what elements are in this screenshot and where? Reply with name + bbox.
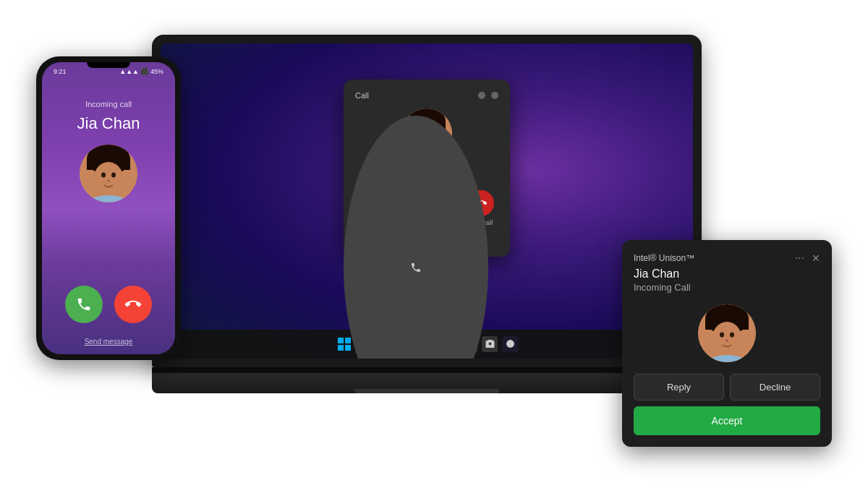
phone-action-buttons [42, 286, 175, 323]
svg-point-4 [101, 172, 106, 177]
phone-caller-name: Jia Chan [77, 114, 140, 133]
notif-avatar [698, 304, 756, 362]
phone-signal-battery: ▲▲▲ ⬛ 45% [119, 68, 163, 75]
phone-time: 9:21 [54, 68, 67, 75]
laptop-hinge [152, 367, 702, 373]
notif-header: Intel® Unison™ ··· ✕ [634, 252, 820, 265]
phone-notch [87, 62, 130, 68]
svg-point-5 [111, 172, 116, 177]
laptop-device: Call [152, 35, 702, 411]
svg-point-37 [726, 339, 728, 341]
laptop-lid: Call [152, 35, 702, 367]
taskbar-steam-icon[interactable] [502, 336, 518, 352]
notif-controls: ··· ✕ [795, 252, 820, 265]
notif-reply-button[interactable]: Reply [634, 374, 724, 401]
main-scene: 9:21 ▲▲▲ ⬛ 45% Incoming call Jia Chan [36, 20, 832, 468]
svg-point-35 [720, 332, 724, 337]
phone-screen: 9:21 ▲▲▲ ⬛ 45% Incoming call Jia Chan [42, 62, 175, 354]
phone-body: 9:21 ▲▲▲ ⬛ 45% Incoming call Jia Chan [36, 56, 181, 360]
call-dialog-controls [478, 92, 498, 99]
notif-more-options-button[interactable]: ··· [795, 252, 804, 265]
call-phone-group: Use phone [428, 190, 460, 226]
notif-accept-button[interactable]: Accept [634, 406, 820, 435]
taskbar-camera-icon[interactable] [482, 336, 498, 352]
svg-point-36 [730, 332, 734, 337]
phone-avatar [80, 145, 137, 202]
svg-point-34 [712, 322, 741, 354]
phone-device: 9:21 ▲▲▲ ⬛ 45% Incoming call Jia Chan [36, 56, 181, 360]
notif-app-name: Intel® Unison™ [634, 253, 694, 263]
svg-rect-21 [338, 338, 344, 343]
phone-accept-button[interactable] [65, 286, 103, 323]
laptop-screen: Call [161, 43, 693, 359]
call-dialog-header: Call [355, 91, 498, 100]
svg-rect-23 [338, 345, 344, 351]
call-dialog-title: Call [355, 91, 369, 100]
phone-send-message[interactable]: Send message [85, 338, 133, 346]
svg-rect-22 [345, 338, 351, 343]
notif-close-button[interactable]: ✕ [812, 252, 820, 264]
laptop-base [152, 373, 702, 393]
dialog-close-button[interactable] [491, 92, 498, 99]
notif-caller-name: Jia Chan [634, 267, 820, 281]
notif-action-row: Reply Decline [634, 374, 820, 401]
phone-incoming-label: Incoming call [85, 100, 132, 108]
dialog-minimize-button[interactable] [478, 92, 485, 99]
phone-decline-button[interactable] [114, 286, 152, 323]
call-dialog: Call [344, 80, 510, 257]
notif-decline-button[interactable]: Decline [730, 374, 820, 401]
taskbar-windows-icon[interactable] [336, 335, 353, 353]
svg-rect-24 [345, 345, 351, 351]
phone-signal: ▲▲▲ ⬛ 45% [119, 68, 163, 75]
notif-call-type: Incoming Call [634, 282, 820, 293]
svg-point-6 [107, 179, 110, 181]
call-buttons: Mute Hide [355, 190, 498, 226]
notif-avatar-container [634, 304, 820, 374]
svg-point-3 [94, 162, 123, 194]
notification-card: Intel® Unison™ ··· ✕ Jia Chan Incoming C… [622, 240, 832, 447]
